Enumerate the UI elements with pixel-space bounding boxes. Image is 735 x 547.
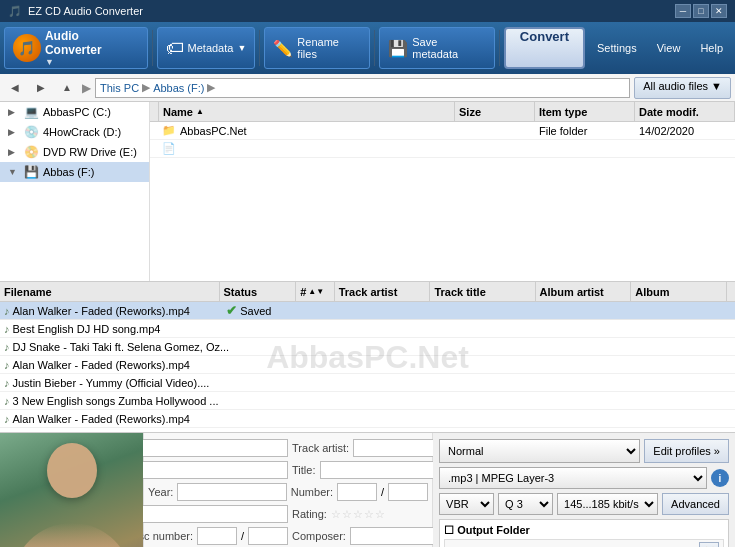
file-rows: 📁 AbbasPC.Net File folder 14/02/2020 📄 [150, 122, 735, 281]
track-row-7[interactable]: ♪ Alan Walker - Faded (Reworks).mp4 [0, 410, 735, 428]
drive-icon-e: 📀 [24, 145, 39, 159]
track-title-col-header[interactable]: Track title [430, 282, 535, 301]
close-button[interactable]: ✕ [711, 4, 727, 18]
track-row-8[interactable]: ♪ Best English DJ HD song.mp4 [0, 428, 735, 432]
save-metadata-button[interactable]: 💾 Save metadata [379, 27, 495, 69]
rename-files-button[interactable]: ✏️ Rename files [264, 27, 370, 69]
track-8-name: Best English DJ HD song.mp4 [13, 431, 161, 433]
track-row-5[interactable]: ♪ Justin Bieber - Yummy (Official Video)… [0, 374, 735, 392]
all-audio-filter-button[interactable]: All audio files ▼ [634, 77, 731, 99]
name-sort-icon: ▲ [196, 107, 204, 116]
album-artist-input[interactable] [142, 439, 288, 457]
number-input[interactable] [337, 483, 377, 501]
expand-icon-f: ▼ [8, 167, 20, 177]
minimize-button[interactable]: ─ [675, 4, 691, 18]
metadata-button[interactable]: 🏷 Metadata ▼ [157, 27, 256, 69]
album-col-header[interactable]: Album [631, 282, 727, 301]
album-artist-col-label: Album artist [540, 286, 604, 298]
format-info-icon[interactable]: i [711, 469, 729, 487]
file-type-abbaspc: File folder [535, 125, 635, 137]
meta-row-album: Album: Title: [148, 459, 428, 481]
nav-forward-button[interactable]: ▶ [30, 77, 52, 99]
name-col-header[interactable]: Name ▲ [159, 102, 455, 121]
view-button[interactable]: View [649, 38, 689, 58]
filename-col-header[interactable]: Filename [0, 282, 220, 301]
disc-left: Disc number: / [148, 527, 288, 545]
kbps-select[interactable]: 145...185 kbit/s [557, 493, 658, 515]
file-panel: Name ▲ Size Item type Date modif. 📁 Abba… [150, 102, 735, 281]
output-folder-label: Output Folder [457, 524, 530, 536]
path-this-pc[interactable]: This PC [100, 82, 139, 94]
file-row-2[interactable]: 📄 [150, 140, 735, 158]
rating-stars[interactable]: ☆☆☆☆☆ [331, 508, 386, 521]
genre-input[interactable] [142, 505, 288, 523]
expand-icon-c: ▶ [8, 107, 20, 117]
size-col-header[interactable]: Size [455, 102, 535, 121]
composer-label: Composer: [292, 530, 346, 542]
date-col-header[interactable]: Date modif. [635, 102, 735, 121]
tree-item-d[interactable]: ▶ 💿 4HowCrack (D:) [0, 122, 149, 142]
drive-icon-f: 💾 [24, 165, 39, 179]
save-label: Save metadata [412, 36, 486, 60]
file-row-abbaspc[interactable]: 📁 AbbasPC.Net File folder 14/02/2020 [150, 122, 735, 140]
all-audio-label: All audio files [643, 80, 708, 92]
type-col-header[interactable]: Item type [535, 102, 635, 121]
track-row-4[interactable]: ♪ Alan Walker - Faded (Reworks).mp4 [0, 356, 735, 374]
number-total-input[interactable] [388, 483, 428, 501]
track-row-6[interactable]: ♪ 3 New English songs Zumba Hollywood ..… [0, 392, 735, 410]
rename-icon: ✏️ [273, 39, 293, 58]
tree-item-e[interactable]: ▶ 📀 DVD RW Drive (E:) [0, 142, 149, 162]
maximize-button[interactable]: □ [693, 4, 709, 18]
track-row-2[interactable]: ♪ Best English DJ HD song.mp4 [0, 320, 735, 338]
drive-icon-c: 💻 [24, 105, 39, 119]
path-sep-2: ▶ [207, 81, 215, 94]
metadata-label: Metadata [188, 42, 234, 54]
track-4-name: Alan Walker - Faded (Reworks).mp4 [13, 359, 190, 371]
disc-input[interactable] [197, 527, 237, 545]
q-select[interactable]: Q 3 [498, 493, 553, 515]
track-row-1[interactable]: ♪ Alan Walker - Faded (Reworks).mp4 ✔ Sa… [0, 302, 735, 320]
edit-profiles-button[interactable]: Edit profiles » [644, 439, 729, 463]
tree-item-c[interactable]: ▶ 💻 AbbasPC (C:) [0, 102, 149, 122]
format-select[interactable]: .mp3 | MPEG Layer-3 [439, 467, 707, 489]
audio-converter-arrow: ▼ [45, 57, 139, 67]
nav-up-button[interactable]: ▲ [56, 77, 78, 99]
path-drive[interactable]: Abbas (F:) [153, 82, 204, 94]
folder-browse-button[interactable]: 📁 [699, 542, 719, 547]
track-row-3[interactable]: ♪ DJ Snake - Taki Taki ft. Selena Gomez,… [0, 338, 735, 356]
year-input[interactable] [177, 483, 286, 501]
status-col-header[interactable]: Status [220, 282, 297, 301]
right-toolbar: Convert Settings View Help [504, 27, 731, 69]
track-5-filename: ♪ Justin Bieber - Yummy (Official Video)… [0, 377, 230, 389]
title-bar-controls: ─ □ ✕ [675, 4, 727, 18]
tree-panel: ▶ 💻 AbbasPC (C:) ▶ 💿 4HowCrack (D:) ▶ 📀 … [0, 102, 150, 281]
profile-select[interactable]: Normal [439, 439, 640, 463]
help-button[interactable]: Help [692, 38, 731, 58]
album-input[interactable] [142, 461, 288, 479]
track-list-header: Filename Status # ▲▼ Track artist Track … [0, 282, 735, 302]
album-col-label: Album [635, 286, 669, 298]
settings-button[interactable]: Settings [589, 38, 645, 58]
address-path[interactable]: This PC ▶ Abbas (F:) ▶ [95, 78, 630, 98]
disc-total-input[interactable] [248, 527, 288, 545]
convert-button[interactable]: Convert [504, 27, 585, 69]
track-title-col-label: Track title [434, 286, 485, 298]
audio-converter-button[interactable]: 🎵 Audio Converter ▼ [4, 27, 148, 69]
track-4-filename: ♪ Alan Walker - Faded (Reworks).mp4 [0, 359, 230, 371]
num-sort-icon: ▲▼ [308, 287, 324, 296]
track-artist-col-header[interactable]: Track artist [335, 282, 431, 301]
rating-right: Rating: ☆☆☆☆☆ [292, 508, 428, 521]
track-3-name: DJ Snake - Taki Taki ft. Selena Gomez, O… [13, 341, 230, 353]
bottom-section: Album artist: Track artist: Album: Title… [0, 433, 735, 547]
tree-item-f[interactable]: ▼ 💾 Abbas (F:) [0, 162, 149, 182]
profile-row: Normal Edit profiles » [439, 439, 729, 463]
expand-icon-e: ▶ [8, 147, 20, 157]
genre-left: Genre: [148, 505, 288, 523]
album-artist-col-header[interactable]: Album artist [536, 282, 632, 301]
nav-back-button[interactable]: ◀ [4, 77, 26, 99]
num-col-header[interactable]: # ▲▼ [296, 282, 335, 301]
advanced-button[interactable]: Advanced [662, 493, 729, 515]
edit-profiles-label: Edit profiles » [653, 445, 720, 457]
vbr-select[interactable]: VBR [439, 493, 494, 515]
metadata-arrow: ▼ [237, 43, 246, 53]
